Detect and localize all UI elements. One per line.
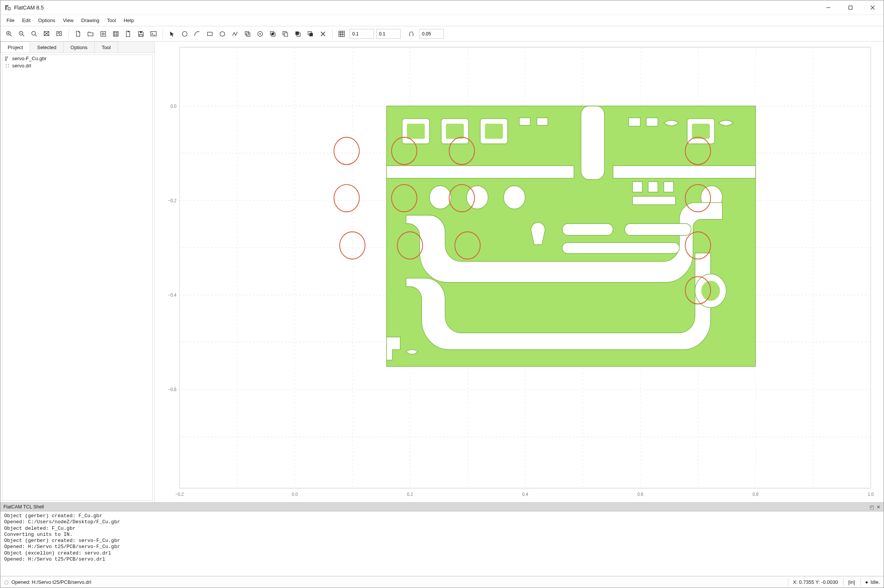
toolbar-separator	[163, 29, 163, 39]
svg-rect-26	[128, 31, 129, 32]
svg-line-6	[10, 34, 12, 36]
x-tick-label: 0.4	[522, 491, 528, 496]
cut-icon[interactable]	[280, 28, 291, 40]
svg-rect-94	[467, 186, 488, 209]
subtract-icon[interactable]	[305, 28, 316, 40]
toolbar-separator	[69, 29, 69, 39]
y-tick-label: −0.2	[168, 198, 176, 203]
svg-rect-107	[485, 124, 503, 139]
project-item-excellon[interactable]: servo.drl	[2, 62, 152, 69]
zoom-out-icon[interactable]	[16, 28, 27, 40]
canvas-area[interactable]: −0.2 0.0 0.2 0.4 0.6 0.8 1.0 0.0 −0.2 −0…	[155, 42, 884, 502]
shell-header[interactable]: FlatCAM TCL Shell ◰ ✕	[0, 502, 884, 511]
title-bar: FlatCAM 8.5	[0, 0, 884, 15]
svg-rect-103	[562, 224, 613, 235]
y-tick-label: 0.0	[170, 103, 176, 108]
svg-rect-32	[208, 32, 213, 35]
zoom-fit-icon[interactable]	[29, 28, 40, 40]
maximize-button[interactable]	[839, 0, 862, 14]
svg-point-24	[116, 34, 117, 35]
menu-file[interactable]: File	[3, 15, 18, 26]
app-logo-icon	[4, 4, 11, 11]
svg-rect-106	[446, 124, 464, 139]
minimize-button[interactable]	[817, 0, 839, 14]
svg-rect-93	[429, 186, 451, 209]
shell-undock-icon[interactable]: ◰	[870, 504, 874, 510]
status-state: Idle.	[870, 579, 880, 585]
snap-input[interactable]	[419, 29, 444, 39]
plot-canvas[interactable]: −0.2 0.0 0.2 0.4 0.6 0.8 1.0 0.0 −0.2 −0…	[156, 43, 874, 501]
refresh-plot-icon[interactable]	[54, 28, 65, 40]
open-gcode-icon[interactable]	[123, 28, 134, 40]
svg-marker-33	[220, 31, 225, 36]
status-coordinates: X: 0.7355 Y: -0.0030	[788, 578, 838, 586]
svg-rect-17	[57, 31, 62, 35]
x-tick-label: 0.2	[407, 491, 413, 496]
grid-icon[interactable]	[336, 28, 347, 40]
menu-drawing[interactable]: Drawing	[77, 15, 103, 26]
svg-rect-105	[407, 124, 425, 139]
tab-project[interactable]: Project	[0, 42, 30, 53]
x-tick-label: 0.8	[752, 491, 758, 496]
svg-rect-42	[296, 31, 299, 35]
tab-tool[interactable]: Tool	[94, 42, 118, 53]
y-tick-label: −0.6	[168, 387, 176, 392]
side-panel: Project Selected Options Tool servo-F_Cu…	[0, 42, 155, 502]
open-project-icon[interactable]	[85, 28, 96, 40]
union-icon[interactable]	[267, 28, 278, 40]
menu-edit[interactable]: Edit	[18, 15, 34, 26]
svg-rect-86	[519, 118, 530, 125]
excellon-icon	[5, 63, 10, 69]
menu-help[interactable]: Help	[120, 15, 138, 26]
snap-icon[interactable]	[406, 28, 417, 40]
zoom-in-icon[interactable]	[3, 28, 15, 40]
svg-rect-98	[632, 182, 642, 192]
svg-rect-101	[632, 197, 675, 205]
svg-rect-88	[628, 118, 640, 126]
svg-rect-89	[646, 118, 658, 126]
grid-x-input[interactable]	[350, 29, 374, 39]
svg-rect-29	[151, 31, 156, 36]
menu-bar: File Edit Options View Drawing Tool Help	[0, 15, 884, 26]
path-icon[interactable]	[229, 28, 241, 40]
menu-options[interactable]: Options	[34, 15, 59, 26]
grid-y-input[interactable]	[376, 29, 401, 39]
svg-point-22	[116, 32, 117, 33]
tab-options[interactable]: Options	[63, 42, 95, 53]
svg-point-21	[114, 32, 115, 33]
close-button[interactable]	[862, 0, 884, 14]
svg-point-37	[259, 33, 261, 35]
tab-selected[interactable]: Selected	[30, 42, 64, 53]
svg-point-12	[32, 31, 35, 35]
gerber-icon	[5, 56, 10, 61]
toolbar-separator	[332, 29, 332, 39]
select-icon[interactable]	[166, 28, 178, 40]
delete-icon[interactable]	[317, 28, 329, 40]
svg-rect-0	[8, 8, 10, 10]
y-tick-label: −0.4	[168, 292, 177, 297]
x-tick-label: 1.0	[868, 491, 874, 496]
circle-icon[interactable]	[179, 28, 190, 40]
project-tree[interactable]: servo-F_Cu.gbr servo.drl	[2, 54, 153, 501]
polygon-icon[interactable]	[217, 28, 228, 40]
arc-icon[interactable]	[192, 28, 203, 40]
svg-point-55	[6, 64, 6, 65]
shell-icon[interactable]	[148, 28, 159, 40]
open-excellon-icon[interactable]	[110, 28, 121, 40]
shell-output[interactable]: Object (gerber) created: F_Cu.gbr Opened…	[0, 511, 884, 576]
open-gerber-icon[interactable]	[98, 28, 109, 40]
save-project-icon[interactable]	[135, 28, 147, 40]
svg-rect-92	[581, 106, 604, 179]
paste-icon[interactable]	[254, 28, 266, 40]
rectangle-icon[interactable]	[204, 28, 216, 40]
project-item-gerber[interactable]: servo-F_Cu.gbr	[2, 55, 152, 62]
shell-close-icon[interactable]: ✕	[876, 504, 881, 510]
menu-tool[interactable]: Tool	[103, 15, 120, 26]
intersection-icon[interactable]	[292, 28, 304, 40]
new-project-icon[interactable]	[72, 28, 84, 40]
menu-view[interactable]: View	[59, 15, 77, 26]
clear-plot-icon[interactable]	[41, 28, 53, 40]
main-area: Project Selected Options Tool servo-F_Cu…	[0, 42, 884, 502]
copy-icon[interactable]	[242, 28, 253, 40]
svg-point-58	[8, 67, 9, 67]
